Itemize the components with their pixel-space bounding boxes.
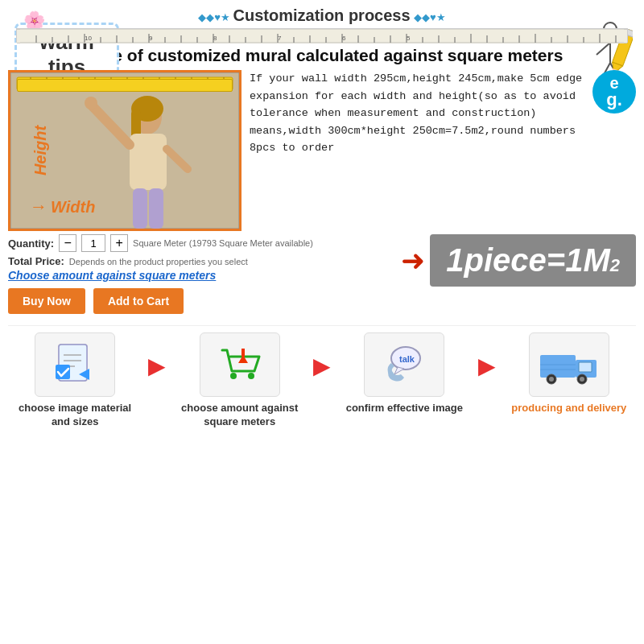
svg-point-107 bbox=[580, 377, 584, 382]
add-to-cart-button[interactable]: Add to Cart bbox=[93, 288, 184, 314]
step-2-icon-box bbox=[200, 332, 280, 397]
svg-point-85 bbox=[85, 97, 97, 109]
step-arrow-2: ▶ bbox=[313, 353, 331, 379]
width-arrow-icon: → bbox=[30, 196, 47, 217]
width-label: Width bbox=[51, 198, 95, 217]
choose-amount-text: Choose amount against square meters bbox=[8, 269, 393, 282]
piece-superscript: 2 bbox=[610, 255, 620, 276]
arrow-to-badge-icon: ➜ bbox=[401, 244, 425, 278]
step-4: producing and delivery bbox=[509, 332, 630, 415]
step-3: talk confirm effective image bbox=[344, 332, 464, 415]
svg-rect-101 bbox=[540, 355, 576, 378]
header-title: Customization process bbox=[233, 6, 411, 24]
header-deco-left: ◆◆♥★ bbox=[198, 11, 233, 23]
svg-text:9: 9 bbox=[149, 35, 153, 42]
eg-e-text: e bbox=[609, 75, 618, 91]
quantity-input[interactable] bbox=[81, 234, 105, 252]
svg-text:5: 5 bbox=[407, 35, 411, 42]
ruler-decoration: /* ruler ticks via CSS */ bbox=[16, 28, 628, 43]
svg-point-94 bbox=[230, 373, 237, 379]
quantity-increase-button[interactable]: + bbox=[110, 234, 128, 252]
total-price-row: Total Price: Depends on the product prop… bbox=[8, 255, 393, 267]
action-buttons: Buy Now Add to Cart bbox=[8, 288, 393, 314]
svg-rect-103 bbox=[579, 362, 592, 372]
step-3-icon-box: talk bbox=[364, 332, 444, 397]
svg-rect-80 bbox=[130, 134, 167, 190]
total-price-label: Total Price: bbox=[8, 255, 64, 267]
step-1-label: choose image material and sizes bbox=[14, 402, 135, 429]
step-1-icon-box bbox=[35, 332, 115, 397]
buy-now-button[interactable]: Buy Now bbox=[8, 288, 85, 314]
piece-badge-area: ➜ 1piece=1M2 bbox=[401, 234, 636, 287]
step-arrow-3: ▶ bbox=[478, 353, 496, 379]
svg-text:6: 6 bbox=[342, 35, 346, 42]
svg-point-105 bbox=[549, 377, 554, 382]
header-deco-right: ◆◆♥★ bbox=[414, 11, 446, 23]
bottom-row: Quantity: − + Square Meter (19793 Square… bbox=[8, 234, 636, 314]
svg-rect-84 bbox=[149, 188, 163, 229]
svg-rect-97 bbox=[242, 349, 245, 357]
svg-rect-14 bbox=[20, 29, 624, 43]
svg-text:talk: talk bbox=[399, 354, 415, 364]
example-area: e g. If your wall width 295cm,height 245… bbox=[250, 70, 636, 157]
total-price-value: Depends on the product properties you se… bbox=[69, 257, 248, 266]
quantity-label: Quantity: bbox=[8, 237, 54, 250]
left-controls: Quantity: − + Square Meter (19793 Square… bbox=[8, 234, 393, 314]
step-2-label: choose amount against square meters bbox=[180, 402, 300, 429]
example-text: If your wall width 295cm,height 245cm,ma… bbox=[250, 70, 636, 157]
step-arrow-1: ▶ bbox=[148, 353, 166, 379]
svg-marker-99 bbox=[394, 367, 404, 374]
step-3-label: confirm effective image bbox=[346, 402, 463, 415]
svg-text:10: 10 bbox=[85, 35, 92, 42]
step-2: choose amount against square meters bbox=[180, 332, 300, 429]
svg-line-2 bbox=[597, 43, 610, 55]
svg-point-95 bbox=[248, 373, 254, 379]
eg-g-text: g. bbox=[606, 91, 622, 109]
quantity-row: Quantity: − + Square Meter (19793 Square… bbox=[8, 234, 393, 252]
svg-rect-83 bbox=[133, 188, 147, 229]
step-4-label: producing and delivery bbox=[511, 402, 626, 415]
process-footer: choose image material and sizes ▶ choose… bbox=[8, 325, 636, 429]
svg-text:7: 7 bbox=[278, 35, 282, 42]
eg-badge: e g. bbox=[592, 70, 636, 114]
step-1: choose image material and sizes bbox=[14, 332, 135, 429]
wall-image-box: Height → Width bbox=[8, 70, 242, 231]
content-row: Height → Width e g. If your wall width 2… bbox=[8, 70, 636, 231]
piece-badge: 1piece=1M2 bbox=[430, 234, 636, 287]
quantity-unit: Square Meter (19793 Square Meter availab… bbox=[133, 238, 313, 248]
svg-text:8: 8 bbox=[213, 35, 217, 42]
quantity-decrease-button[interactable]: − bbox=[59, 234, 76, 252]
step-4-icon-box bbox=[529, 332, 609, 397]
height-label: Height bbox=[31, 126, 50, 175]
